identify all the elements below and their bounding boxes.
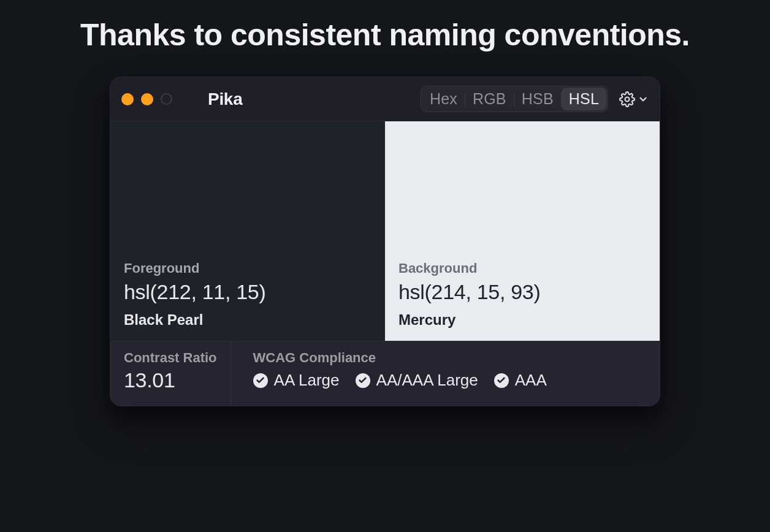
foreground-label: Foreground xyxy=(124,260,372,276)
color-format-segmented-control: Hex RGB HSB HSL xyxy=(421,86,608,112)
wcag-cell: WCAG Compliance AA Large AA/AAA Large xyxy=(231,341,660,406)
gear-icon xyxy=(619,91,635,107)
background-swatch[interactable]: Background hsl(214, 15, 93) Mercury xyxy=(385,121,660,341)
app-title: Pika xyxy=(208,89,242,109)
wcag-badge-aaa: AAA xyxy=(494,371,547,390)
wcag-badge-aa-large: AA Large xyxy=(253,371,340,390)
wcag-badge-aa-aaa-large: AA/AAA Large xyxy=(356,371,478,390)
segment-rgb[interactable]: RGB xyxy=(465,88,514,110)
wcag-badge-label: AA Large xyxy=(274,371,340,390)
background-color-name: Mercury xyxy=(398,311,646,329)
window-close-light[interactable] xyxy=(121,93,134,105)
foreground-swatch[interactable]: Foreground hsl(212, 11, 15) Black Pearl xyxy=(110,121,385,341)
svg-point-0 xyxy=(625,97,630,101)
chevron-down-icon xyxy=(638,94,649,105)
background-label: Background xyxy=(398,260,646,276)
contrast-ratio-cell: Contrast Ratio 13.01 xyxy=(110,341,231,406)
segment-hsb[interactable]: HSB xyxy=(514,88,561,110)
contrast-ratio-label: Contrast Ratio xyxy=(124,350,217,366)
settings-menu-button[interactable] xyxy=(619,91,649,107)
window-titlebar: Pika Hex RGB HSB HSL xyxy=(110,77,660,121)
contrast-footer: Contrast Ratio 13.01 WCAG Compliance AA … xyxy=(110,341,660,406)
check-icon xyxy=(253,373,268,388)
check-icon xyxy=(356,373,370,388)
wcag-label: WCAG Compliance xyxy=(253,350,646,366)
foreground-color-name: Black Pearl xyxy=(124,311,372,329)
segment-hex[interactable]: Hex xyxy=(422,88,465,110)
app-window: Pika Hex RGB HSB HSL xyxy=(110,77,660,406)
segment-hsl[interactable]: HSL xyxy=(562,88,606,110)
background-value: hsl(214, 15, 93) xyxy=(398,280,646,304)
traffic-lights xyxy=(121,93,172,105)
window-minimize-light[interactable] xyxy=(141,93,153,105)
wcag-badge-label: AAA xyxy=(515,371,547,390)
foreground-value: hsl(212, 11, 15) xyxy=(124,280,372,304)
window-zoom-light[interactable] xyxy=(161,93,172,105)
check-icon xyxy=(494,373,509,388)
wcag-badge-label: AA/AAA Large xyxy=(376,371,478,390)
page-headline: Thanks to consistent naming conventions. xyxy=(0,0,770,77)
contrast-ratio-value: 13.01 xyxy=(124,368,217,392)
color-swatches: Foreground hsl(212, 11, 15) Black Pearl … xyxy=(110,121,660,341)
wcag-badge-row: AA Large AA/AAA Large AAA xyxy=(253,371,646,390)
